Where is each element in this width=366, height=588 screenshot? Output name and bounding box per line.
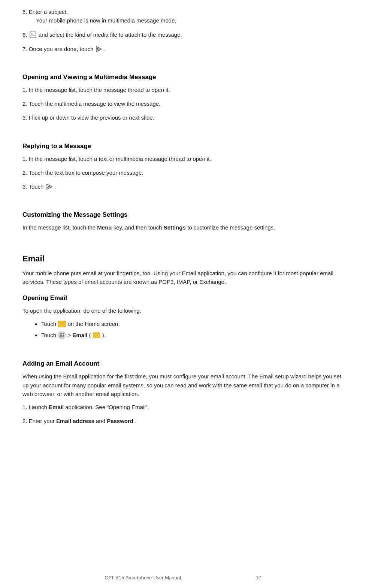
section-adding-account: Adding an Email Account When using the E…	[22, 360, 344, 425]
page-number: 17	[256, 575, 261, 580]
step-7-label: 7. Once you are done, touch	[22, 46, 93, 52]
attach-icon	[29, 31, 37, 39]
section-replying: Replying to a Message 1. In the message …	[22, 142, 344, 191]
svg-point-13	[61, 336, 63, 338]
reply-step-2-text: 2. Touch the text box to compose your me…	[22, 170, 143, 176]
opening-viewing-title: Opening and Viewing a Multimedia Message	[22, 74, 344, 81]
customizing-middle: key, and then touch	[114, 224, 162, 231]
customizing-settings: Settings	[164, 224, 186, 231]
svg-point-12	[60, 336, 61, 338]
svg-marker-2	[96, 46, 102, 52]
customizing-suffix: to customize the message settings.	[187, 224, 275, 231]
add-step-1-suffix: application. See “Opening Email”.	[65, 404, 149, 410]
add-step-2-suffix: .	[135, 418, 136, 424]
bullet1-suffix: on the Home screen.	[67, 321, 120, 327]
adding-account-intro: When using the Email application for the…	[22, 372, 344, 398]
email-title: Email	[22, 254, 344, 264]
add-step-2-and: and	[96, 418, 105, 424]
add-step-2: 2. Enter your Email address and Password…	[22, 417, 344, 425]
ov-step-2: 2. Touch the multimedia message to view …	[22, 99, 344, 108]
section-customizing: Customizing the Message Settings In the …	[22, 211, 344, 232]
ov-step-1: 1. In the message list, touch the messag…	[22, 86, 344, 94]
reply-step-2: 2. Touch the text box to compose your me…	[22, 168, 344, 177]
step-6: 6. and select the kind of media file to …	[22, 30, 344, 39]
add-step-1: 1. Launch Email application. See “Openin…	[22, 403, 344, 411]
add-step-2-password: Password	[107, 418, 133, 424]
opening-email-bullets: Touch on the Home screen. Touch	[41, 320, 344, 340]
section-email: Email Your mobile phone puts email at yo…	[22, 254, 344, 286]
step-7: 7. Once you are done, touch .	[22, 45, 344, 53]
opening-email-intro: To open the application, do one of the f…	[22, 306, 344, 315]
add-step-2-email: Email address	[56, 418, 94, 424]
customizing-prefix: In the message list, touch the	[22, 224, 96, 231]
reply-step-3-period: .	[54, 183, 56, 190]
add-step-1-email: Email	[49, 404, 64, 410]
adding-account-title: Adding an Email Account	[22, 360, 344, 368]
footer-title: CAT B15 Smartphone User Manual	[105, 575, 181, 580]
opening-email-title: Opening Email	[22, 294, 344, 302]
bullet2-prefix: Touch	[41, 332, 56, 338]
reply-step-1: 1. In the message list, touch a text or …	[22, 154, 344, 163]
section-opening-email: Opening Email To open the application, d…	[22, 294, 344, 340]
email-intro: Your mobile phone puts email at your fin…	[22, 269, 344, 286]
footer: CAT B15 Smartphone User Manual 17	[0, 575, 366, 580]
svg-point-8	[63, 333, 64, 334]
bullet1-prefix: Touch	[41, 321, 56, 327]
email-app-icon	[93, 332, 101, 339]
customizing-text: In the message list, touch the Menu key,…	[22, 223, 344, 232]
bullet-item-2: Touch	[41, 331, 344, 340]
ov-step-3: 3. Flick up or down to view the previous…	[22, 113, 344, 122]
add-step-2-prefix: 2. Enter your	[22, 418, 55, 424]
step-7-period: .	[104, 46, 106, 52]
step-5-label: 5. Enter a subject.	[22, 9, 68, 15]
svg-marker-3	[47, 184, 52, 189]
reply-step-1-text: 1. In the message list, touch a text or …	[22, 156, 211, 162]
section-opening-viewing: Opening and Viewing a Multimedia Message…	[22, 74, 344, 122]
bullet-item-1: Touch on the Home screen.	[41, 320, 344, 328]
svg-point-7	[61, 333, 63, 334]
send-icon	[95, 45, 102, 53]
step-5-indent: Your mobile phone is now in multimedia m…	[36, 16, 344, 25]
reply-step-3: 3. Touch .	[22, 182, 344, 191]
ov-step-1-text: 1. In the message list, touch the messag…	[22, 87, 170, 93]
replying-title: Replying to a Message	[22, 142, 344, 150]
svg-point-6	[60, 333, 61, 334]
step-6-label: 6.	[22, 32, 27, 38]
bullet2-email-label: Email	[72, 332, 87, 338]
step-6-text: and select the kind of media file to att…	[39, 32, 182, 38]
home-email-icon	[58, 321, 66, 327]
page-content: 5. Enter a subject. Your mobile phone is…	[0, 0, 366, 453]
send-icon-2	[45, 183, 53, 190]
svg-point-9	[60, 335, 61, 336]
reply-step-3-prefix: 3. Touch	[22, 183, 43, 190]
apps-grid-icon	[58, 331, 66, 339]
ov-step-3-text: 3. Flick up or down to view the previous…	[22, 114, 154, 121]
customizing-title: Customizing the Message Settings	[22, 211, 344, 219]
svg-point-11	[63, 335, 64, 336]
svg-point-10	[61, 335, 63, 336]
step-5-indent-text: Your mobile phone is now in multimedia m…	[36, 17, 176, 24]
ov-step-2-text: 2. Touch the multimedia message to view …	[22, 100, 160, 107]
add-step-1-prefix: 1. Launch	[22, 404, 47, 410]
customizing-menu: Menu	[97, 224, 112, 231]
step-5: 5. Enter a subject. Your mobile phone is…	[22, 8, 344, 25]
svg-point-14	[63, 336, 64, 338]
svg-rect-0	[30, 32, 36, 38]
